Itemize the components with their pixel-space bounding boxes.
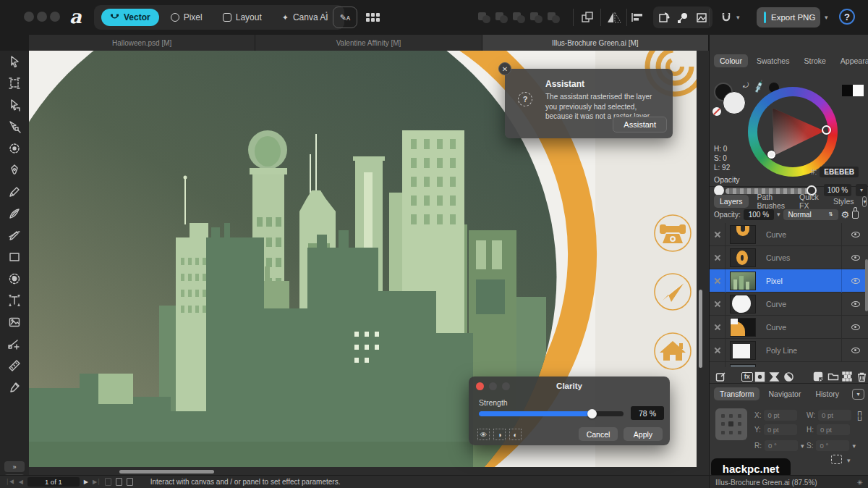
tab-navigator[interactable]: Navigator — [762, 387, 807, 400]
triangle-selector[interactable] — [767, 151, 775, 159]
paint-brush-tool[interactable] — [0, 224, 29, 246]
page-list-icon[interactable] — [127, 478, 133, 486]
tab-transform[interactable]: Transform — [714, 387, 760, 400]
next-page-icon[interactable]: ▶ — [84, 479, 88, 485]
canvas-viewport[interactable]: ✕ ? Assistant The assistant rasterised t… — [29, 51, 709, 475]
colour-picker-tool[interactable] — [0, 376, 29, 398]
boolean-subtract-button[interactable] — [494, 10, 509, 25]
alignment-button[interactable] — [631, 10, 645, 25]
page-indicator[interactable]: 1 of 1 — [27, 477, 80, 487]
layer-row-partial[interactable] — [710, 362, 868, 367]
visibility-cell[interactable] — [841, 339, 868, 362]
s-chevron[interactable]: ▾ — [852, 442, 856, 450]
tab-appearance[interactable]: Appearance — [835, 54, 868, 67]
adjustment-layer-icon[interactable] — [767, 371, 781, 382]
snapping-dropdown-chevron[interactable]: ▾ — [736, 14, 740, 21]
delete-layer-icon[interactable] — [854, 371, 868, 382]
split-preview-icon[interactable]: ◑ — [493, 429, 506, 440]
colour-wheel[interactable] — [748, 87, 838, 177]
strength-slider-knob[interactable] — [587, 409, 597, 418]
no-colour-swatch[interactable] — [712, 107, 721, 116]
doc-tab-halloween[interactable]: Halloween.psd [M] — [29, 35, 255, 51]
add-layer-icon[interactable] — [812, 371, 826, 382]
assistant-button[interactable]: Assistant — [613, 117, 667, 132]
duplicate-page-icon[interactable] — [116, 478, 122, 486]
layer-row[interactable]: Curve — [710, 293, 868, 316]
live-filter-icon[interactable] — [781, 371, 796, 382]
visibility-cell[interactable] — [841, 269, 868, 293]
apply-button[interactable]: Apply — [624, 427, 663, 441]
r-field[interactable]: 0 ° — [765, 440, 798, 451]
layer-opacity-field[interactable]: 100 % — [744, 209, 774, 220]
pencil-tool[interactable] — [0, 181, 29, 203]
group-layers-icon[interactable] — [826, 371, 841, 382]
flood-select-tool[interactable] — [0, 268, 29, 290]
persona-layout[interactable]: Layout — [214, 9, 271, 26]
measure-tool[interactable] — [0, 355, 29, 376]
export-png-button[interactable]: Export PNG — [757, 7, 820, 28]
strength-slider[interactable] — [479, 411, 624, 416]
mirror-preview-icon[interactable]: ◐ — [509, 429, 522, 440]
point-transform-tool[interactable] — [0, 116, 29, 138]
artboard-tool[interactable] — [0, 72, 29, 94]
previous-page-icon[interactable]: ◀ — [19, 479, 23, 485]
tab-stroke[interactable]: Stroke — [798, 54, 831, 67]
layer-row-selected[interactable]: Pixel — [710, 269, 868, 293]
last-page-icon[interactable]: ▶⏐ — [93, 479, 101, 486]
persona-overflow-menu[interactable]: ⋮ — [321, 9, 332, 22]
mask-layer-icon[interactable] — [753, 371, 767, 382]
doc-tab-illus-brochure[interactable]: Illus-Brochure Green.ai [M] — [482, 35, 709, 51]
y-field[interactable]: 0 pt — [764, 424, 797, 435]
tab-history[interactable]: History — [809, 387, 845, 400]
lock-icon[interactable] — [852, 211, 859, 219]
window-close-button[interactable] — [24, 12, 34, 22]
layer-row[interactable]: Curve — [710, 316, 868, 339]
r-chevron[interactable]: ▾ — [801, 442, 804, 450]
edit-points-icon[interactable] — [676, 11, 689, 24]
vector-brush-tool[interactable] — [0, 203, 29, 224]
visibility-cell[interactable] — [841, 293, 868, 316]
persona-vector[interactable]: Vector — [101, 9, 159, 26]
layer-opacity-chevron[interactable]: ▾ — [777, 211, 780, 218]
studio-presets-button[interactable] — [362, 7, 383, 28]
fx-icon[interactable]: fx — [741, 372, 753, 382]
strength-value-field[interactable]: 78 % — [631, 406, 664, 420]
fill-colour-swatch[interactable] — [723, 91, 746, 114]
visibility-cell[interactable] — [841, 246, 868, 269]
boolean-combine-button[interactable] — [546, 10, 561, 25]
edit-layer-icon[interactable] — [714, 371, 728, 382]
boolean-divide-button[interactable] — [529, 10, 543, 25]
black-white-swatches[interactable] — [842, 85, 864, 96]
close-icon[interactable]: ✕ — [498, 62, 511, 75]
pen-tool[interactable] — [0, 159, 29, 181]
tab-swatches[interactable]: Swatches — [751, 54, 796, 67]
cancel-button[interactable]: Cancel — [579, 427, 618, 441]
move-tool[interactable] — [0, 51, 29, 72]
w-field[interactable]: 0 pt — [818, 410, 851, 421]
transform-mode-icon[interactable] — [831, 455, 842, 464]
visibility-cell[interactable] — [841, 316, 868, 339]
doc-tab-valentine[interactable]: Valentine Affinity [M] — [255, 35, 482, 51]
anchor-point-selector[interactable] — [715, 408, 747, 440]
arrange-order-button[interactable] — [580, 10, 595, 25]
frame-text-tool[interactable] — [0, 290, 29, 311]
vertical-scrollbar[interactable] — [699, 290, 702, 368]
transform-mode-chevron[interactable]: ▾ — [847, 457, 851, 464]
add-node-tool[interactable] — [0, 333, 29, 355]
help-button[interactable]: ? — [839, 9, 855, 25]
h-field[interactable]: 0 pt — [817, 424, 850, 435]
transform-objects-icon[interactable] — [658, 11, 671, 24]
node-tool[interactable] — [0, 94, 29, 116]
place-image-tool[interactable] — [0, 311, 29, 333]
boolean-add-button[interactable] — [477, 10, 491, 25]
x-field[interactable]: 0 pt — [764, 410, 797, 421]
rectangle-tool[interactable] — [0, 246, 29, 268]
blend-mode-select[interactable]: Normal⇅ — [783, 209, 838, 220]
swap-fill-stroke-icon[interactable]: ⤾ — [743, 81, 749, 90]
tab-colour[interactable]: Colour — [714, 54, 748, 67]
layer-settings-gear-icon[interactable]: ⚙ — [841, 209, 850, 220]
link-dimensions-icon[interactable]: ⊓⊔ — [857, 411, 862, 421]
flip-mirror-button[interactable] — [607, 10, 621, 25]
pattern-icon[interactable] — [840, 371, 854, 382]
snapping-button[interactable] — [719, 10, 733, 25]
